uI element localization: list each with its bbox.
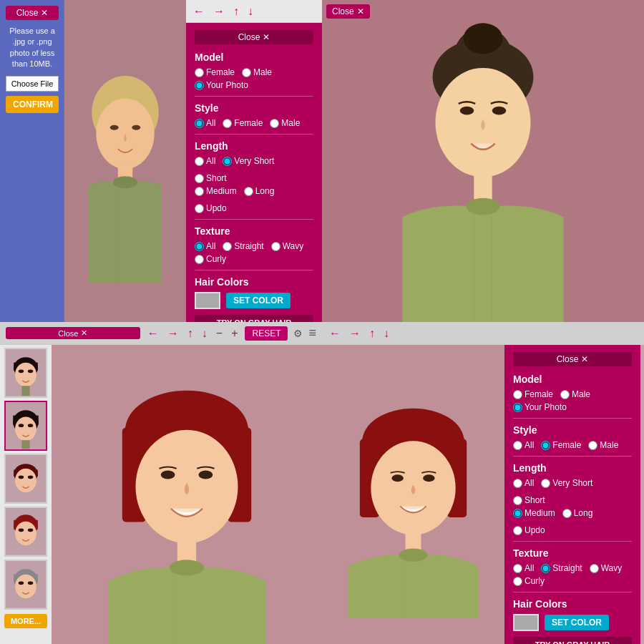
length-long-q1[interactable]: Long (244, 186, 275, 196)
style-male-q1[interactable]: Male (270, 118, 300, 128)
thumbnail-5-q3[interactable] (4, 560, 47, 610)
svg-rect-67 (406, 555, 421, 618)
texture-row1-q4: All Straight Wavy (513, 563, 632, 573)
reset-button-q3[interactable]: RESET (245, 326, 288, 341)
quadrant-top-left: Close ✕ Please use a .jpg or .png photo … (0, 0, 322, 322)
length-vshort-q4[interactable]: Very Short (541, 478, 592, 488)
texture-curly-q1[interactable]: Curly (195, 254, 226, 264)
nav-up-q3[interactable]: ↑ (186, 327, 195, 340)
photo-area-q1 (64, 0, 186, 322)
svg-point-58 (170, 560, 204, 575)
svg-point-40 (15, 522, 36, 546)
model-options-q4: Female Male (513, 389, 632, 399)
confirm-button[interactable]: CONFIRM (6, 96, 59, 113)
svg-rect-57 (177, 567, 196, 644)
nav-down-q1[interactable]: ↓ (246, 5, 255, 18)
style-male-q4[interactable]: Male (588, 440, 618, 450)
svg-rect-15 (474, 207, 492, 322)
close-button-filter-q1[interactable]: Close ✕ (195, 30, 313, 44)
style-all-q1[interactable]: All (195, 118, 215, 128)
thumbnail-1-q3[interactable] (4, 348, 47, 398)
model-male-q4[interactable]: Male (560, 389, 590, 399)
close-label-q2: Close (332, 6, 354, 16)
menu-button-q3[interactable]: ≡ (308, 326, 316, 341)
texture-row2-q1: Curly (195, 254, 313, 264)
length-updo-q1[interactable]: Updo (195, 203, 227, 213)
length-all-q4[interactable]: All (513, 478, 534, 488)
quadrant-bottom-right: ← → ↑ ↓ (322, 322, 644, 644)
color-swatch-q1[interactable] (195, 292, 220, 309)
photo-area-q4 (322, 345, 504, 644)
thumbnail-3-q3[interactable] (4, 454, 47, 504)
set-color-button-q4[interactable]: SET COLOR (545, 615, 609, 630)
texture-all-q1[interactable]: All (195, 241, 215, 251)
nav-left-q4[interactable]: ← (328, 327, 342, 340)
svg-point-68 (399, 549, 427, 562)
svg-rect-30 (21, 441, 29, 449)
model-male-q1[interactable]: Male (242, 67, 272, 77)
model-figure-q1 (64, 0, 186, 322)
length-short-q1[interactable]: Short (195, 173, 227, 183)
style-section-title-q4: Style (513, 424, 632, 436)
length-updo-q4[interactable]: Updo (513, 525, 545, 535)
photo-area-q3 (52, 345, 322, 644)
model-yourphoto-q1[interactable]: Your Photo (195, 80, 248, 90)
nav-right-q4[interactable]: → (348, 327, 362, 340)
length-short-q4[interactable]: Short (513, 495, 545, 505)
length-vshort-q1[interactable]: Very Short (223, 156, 274, 166)
thumb-svg-4 (6, 508, 46, 555)
nav-minus-q3[interactable]: − (215, 327, 224, 340)
texture-straight-q1[interactable]: Straight (223, 241, 263, 251)
length-row1-q4: All Very Short Short (513, 478, 632, 505)
length-all-q1[interactable]: All (195, 156, 215, 166)
model-photo-row-q4: Your Photo (513, 402, 632, 412)
gear-button-q3[interactable]: ⚙ (293, 328, 303, 339)
thumb-svg-1 (6, 349, 46, 396)
nav-plus-q3[interactable]: + (230, 327, 239, 340)
thumbnail-2-q3[interactable] (4, 401, 47, 451)
close-button-q1-left[interactable]: Close ✕ (6, 6, 59, 20)
texture-straight-q4[interactable]: Straight (541, 563, 582, 573)
model-yourphoto-q4[interactable]: Your Photo (513, 402, 567, 412)
nav-left-q3[interactable]: ← (146, 327, 160, 340)
texture-wavy-q1[interactable]: Wavy (271, 241, 304, 251)
model-female-q4[interactable]: Female (513, 389, 553, 399)
model-section-title-q1: Model (195, 52, 313, 63)
texture-all-q4[interactable]: All (513, 563, 534, 573)
choose-file-button[interactable]: Choose File (6, 76, 59, 92)
try-gray-button-q4[interactable]: TRY ON GRAY HAIR (513, 637, 632, 644)
length-medium-q1[interactable]: Medium (195, 186, 237, 196)
try-gray-button-q1[interactable]: TRY ON GRAY HAIR (195, 315, 313, 322)
texture-section-title-q1: Texture (195, 225, 313, 237)
close-button-q3[interactable]: Close ✕ (6, 327, 140, 339)
style-female-q1[interactable]: Female (223, 118, 263, 128)
color-row-q1: SET COLOR (195, 292, 313, 309)
model-options-q1: Female Male (195, 67, 313, 77)
nav-down-q3[interactable]: ↓ (200, 327, 209, 340)
length-medium-q4[interactable]: Medium (513, 508, 555, 518)
length-long-q4[interactable]: Long (562, 508, 593, 518)
nav-right-q3[interactable]: → (166, 327, 180, 340)
nav-up-q1[interactable]: ↑ (232, 5, 240, 18)
texture-row1-q1: All Straight Wavy (195, 241, 313, 251)
nav-up-q4[interactable]: ↑ (368, 327, 376, 340)
color-swatch-q4[interactable] (513, 614, 539, 631)
model-female-q1[interactable]: Female (195, 67, 235, 77)
set-color-button-q1[interactable]: SET COLOR (226, 293, 291, 308)
quadrant-top-right: Close ✕ (322, 0, 644, 322)
close-button-filter-q4[interactable]: Close ✕ (513, 352, 632, 366)
style-female-q4[interactable]: Female (541, 440, 581, 450)
model-figure-q4 (322, 345, 504, 644)
more-button-q3[interactable]: MORE... (4, 614, 47, 628)
thumbnail-4-q3[interactable] (4, 507, 47, 557)
svg-rect-6 (118, 182, 132, 283)
texture-curly-q4[interactable]: Curly (513, 576, 545, 586)
nav-down-q4[interactable]: ↓ (382, 327, 391, 340)
nav-left-q1[interactable]: ← (192, 5, 206, 18)
model-figure-q2 (322, 0, 644, 322)
svg-point-20 (15, 363, 36, 387)
close-button-q2[interactable]: Close ✕ (326, 4, 370, 19)
texture-wavy-q4[interactable]: Wavy (590, 563, 623, 573)
nav-right-q1[interactable]: → (212, 5, 226, 18)
style-all-q4[interactable]: All (513, 440, 534, 450)
